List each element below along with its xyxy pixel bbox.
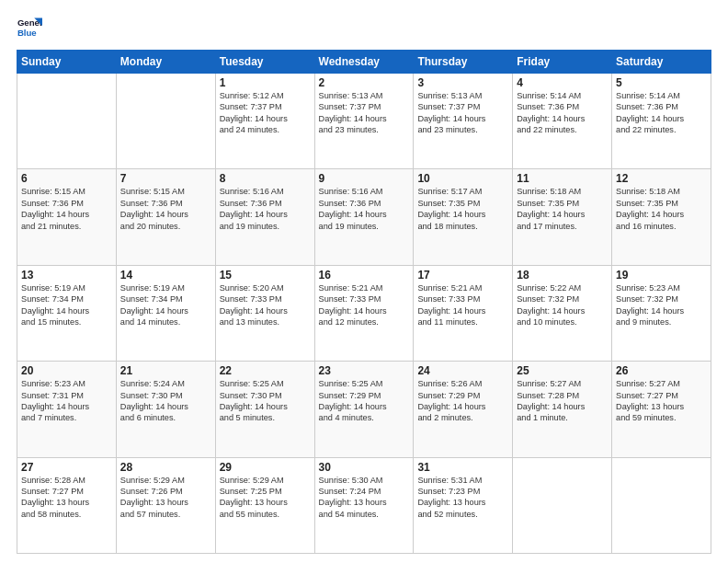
day-number: 22: [220, 364, 311, 377]
calendar-week-row: 1Sunrise: 5:12 AM Sunset: 7:37 PM Daylig…: [17, 74, 711, 169]
calendar-cell: 9Sunrise: 5:16 AM Sunset: 7:36 PM Daylig…: [314, 169, 414, 265]
day-number: 25: [517, 364, 608, 377]
day-header-monday: Monday: [116, 51, 215, 74]
cell-info: Sunrise: 5:13 AM Sunset: 7:37 PM Dayligh…: [319, 90, 410, 136]
day-number: 27: [21, 461, 112, 474]
day-number: 10: [417, 172, 508, 185]
calendar-cell: [612, 457, 711, 553]
day-number: 9: [319, 172, 410, 185]
day-header-friday: Friday: [513, 51, 612, 74]
day-number: 16: [319, 269, 410, 282]
calendar-week-row: 6Sunrise: 5:15 AM Sunset: 7:36 PM Daylig…: [17, 169, 711, 265]
calendar-cell: 30Sunrise: 5:30 AM Sunset: 7:24 PM Dayli…: [314, 457, 414, 553]
cell-info: Sunrise: 5:23 AM Sunset: 7:31 PM Dayligh…: [21, 378, 112, 424]
calendar-cell: [116, 74, 215, 169]
calendar-cell: [17, 74, 117, 169]
cell-info: Sunrise: 5:14 AM Sunset: 7:36 PM Dayligh…: [616, 90, 707, 136]
cell-info: Sunrise: 5:18 AM Sunset: 7:35 PM Dayligh…: [517, 186, 608, 232]
cell-info: Sunrise: 5:21 AM Sunset: 7:33 PM Dayligh…: [319, 282, 410, 328]
calendar-cell: 13Sunrise: 5:19 AM Sunset: 7:34 PM Dayli…: [17, 265, 117, 361]
day-number: 17: [417, 269, 508, 282]
calendar-cell: 1Sunrise: 5:12 AM Sunset: 7:37 PM Daylig…: [215, 74, 314, 169]
day-number: 26: [616, 364, 707, 377]
cell-info: Sunrise: 5:16 AM Sunset: 7:36 PM Dayligh…: [319, 186, 410, 232]
day-header-tuesday: Tuesday: [215, 51, 314, 74]
cell-info: Sunrise: 5:29 AM Sunset: 7:26 PM Dayligh…: [120, 475, 211, 521]
day-header-wednesday: Wednesday: [314, 51, 414, 74]
cell-info: Sunrise: 5:29 AM Sunset: 7:25 PM Dayligh…: [220, 475, 311, 521]
cell-info: Sunrise: 5:28 AM Sunset: 7:27 PM Dayligh…: [21, 475, 112, 521]
calendar-cell: 2Sunrise: 5:13 AM Sunset: 7:37 PM Daylig…: [314, 74, 414, 169]
day-number: 24: [417, 364, 508, 377]
cell-info: Sunrise: 5:21 AM Sunset: 7:33 PM Dayligh…: [417, 282, 508, 328]
logo-icon: General Blue: [17, 15, 42, 40]
day-header-saturday: Saturday: [612, 51, 711, 74]
day-number: 11: [517, 172, 608, 185]
day-header-sunday: Sunday: [17, 51, 117, 74]
calendar-cell: 11Sunrise: 5:18 AM Sunset: 7:35 PM Dayli…: [513, 169, 612, 265]
calendar-week-row: 20Sunrise: 5:23 AM Sunset: 7:31 PM Dayli…: [17, 362, 711, 457]
calendar-cell: 14Sunrise: 5:19 AM Sunset: 7:34 PM Dayli…: [116, 265, 215, 361]
cell-info: Sunrise: 5:17 AM Sunset: 7:35 PM Dayligh…: [417, 186, 508, 232]
calendar-cell: 12Sunrise: 5:18 AM Sunset: 7:35 PM Dayli…: [612, 169, 711, 265]
cell-info: Sunrise: 5:19 AM Sunset: 7:34 PM Dayligh…: [21, 282, 112, 328]
day-number: 19: [616, 269, 707, 282]
calendar-cell: 4Sunrise: 5:14 AM Sunset: 7:36 PM Daylig…: [513, 74, 612, 169]
day-number: 30: [319, 461, 410, 474]
cell-info: Sunrise: 5:13 AM Sunset: 7:37 PM Dayligh…: [417, 90, 508, 136]
calendar-cell: 22Sunrise: 5:25 AM Sunset: 7:30 PM Dayli…: [215, 362, 314, 457]
cell-info: Sunrise: 5:22 AM Sunset: 7:32 PM Dayligh…: [517, 282, 608, 328]
day-header-thursday: Thursday: [414, 51, 513, 74]
cell-info: Sunrise: 5:19 AM Sunset: 7:34 PM Dayligh…: [120, 282, 211, 328]
calendar-cell: 8Sunrise: 5:16 AM Sunset: 7:36 PM Daylig…: [215, 169, 314, 265]
cell-info: Sunrise: 5:31 AM Sunset: 7:23 PM Dayligh…: [417, 475, 508, 521]
day-number: 28: [120, 461, 211, 474]
cell-info: Sunrise: 5:24 AM Sunset: 7:30 PM Dayligh…: [120, 378, 211, 424]
cell-info: Sunrise: 5:15 AM Sunset: 7:36 PM Dayligh…: [120, 186, 211, 232]
calendar-cell: [513, 457, 612, 553]
cell-info: Sunrise: 5:12 AM Sunset: 7:37 PM Dayligh…: [220, 90, 311, 136]
day-number: 20: [21, 364, 112, 377]
day-number: 23: [319, 364, 410, 377]
calendar-week-row: 13Sunrise: 5:19 AM Sunset: 7:34 PM Dayli…: [17, 265, 711, 361]
cell-info: Sunrise: 5:25 AM Sunset: 7:29 PM Dayligh…: [319, 378, 410, 424]
day-number: 31: [417, 461, 508, 474]
svg-text:Blue: Blue: [17, 28, 37, 38]
calendar-cell: 19Sunrise: 5:23 AM Sunset: 7:32 PM Dayli…: [612, 265, 711, 361]
day-number: 29: [220, 461, 311, 474]
calendar-cell: 17Sunrise: 5:21 AM Sunset: 7:33 PM Dayli…: [414, 265, 513, 361]
day-number: 7: [120, 172, 211, 185]
day-number: 15: [220, 269, 311, 282]
calendar-cell: 6Sunrise: 5:15 AM Sunset: 7:36 PM Daylig…: [17, 169, 117, 265]
calendar-cell: 7Sunrise: 5:15 AM Sunset: 7:36 PM Daylig…: [116, 169, 215, 265]
cell-info: Sunrise: 5:26 AM Sunset: 7:29 PM Dayligh…: [417, 378, 508, 424]
calendar-cell: 21Sunrise: 5:24 AM Sunset: 7:30 PM Dayli…: [116, 362, 215, 457]
day-number: 4: [517, 76, 608, 89]
calendar-table: SundayMondayTuesdayWednesdayThursdayFrid…: [17, 50, 711, 554]
day-number: 2: [319, 76, 410, 89]
calendar-cell: 26Sunrise: 5:27 AM Sunset: 7:27 PM Dayli…: [612, 362, 711, 457]
calendar-cell: 29Sunrise: 5:29 AM Sunset: 7:25 PM Dayli…: [215, 457, 314, 553]
calendar-cell: 20Sunrise: 5:23 AM Sunset: 7:31 PM Dayli…: [17, 362, 117, 457]
cell-info: Sunrise: 5:30 AM Sunset: 7:24 PM Dayligh…: [319, 475, 410, 521]
calendar-cell: 25Sunrise: 5:27 AM Sunset: 7:28 PM Dayli…: [513, 362, 612, 457]
cell-info: Sunrise: 5:14 AM Sunset: 7:36 PM Dayligh…: [517, 90, 608, 136]
cell-info: Sunrise: 5:20 AM Sunset: 7:33 PM Dayligh…: [220, 282, 311, 328]
cell-info: Sunrise: 5:15 AM Sunset: 7:36 PM Dayligh…: [21, 186, 112, 232]
day-number: 6: [21, 172, 112, 185]
calendar-cell: 10Sunrise: 5:17 AM Sunset: 7:35 PM Dayli…: [414, 169, 513, 265]
cell-info: Sunrise: 5:27 AM Sunset: 7:27 PM Dayligh…: [616, 378, 707, 424]
day-number: 8: [220, 172, 311, 185]
cell-info: Sunrise: 5:27 AM Sunset: 7:28 PM Dayligh…: [517, 378, 608, 424]
calendar-cell: 31Sunrise: 5:31 AM Sunset: 7:23 PM Dayli…: [414, 457, 513, 553]
calendar-cell: 24Sunrise: 5:26 AM Sunset: 7:29 PM Dayli…: [414, 362, 513, 457]
cell-info: Sunrise: 5:23 AM Sunset: 7:32 PM Dayligh…: [616, 282, 707, 328]
day-number: 21: [120, 364, 211, 377]
day-number: 18: [517, 269, 608, 282]
day-number: 12: [616, 172, 707, 185]
calendar-cell: 23Sunrise: 5:25 AM Sunset: 7:29 PM Dayli…: [314, 362, 414, 457]
day-number: 5: [616, 76, 707, 89]
cell-info: Sunrise: 5:16 AM Sunset: 7:36 PM Dayligh…: [220, 186, 311, 232]
calendar-header-row: SundayMondayTuesdayWednesdayThursdayFrid…: [17, 51, 711, 74]
day-number: 1: [220, 76, 311, 89]
